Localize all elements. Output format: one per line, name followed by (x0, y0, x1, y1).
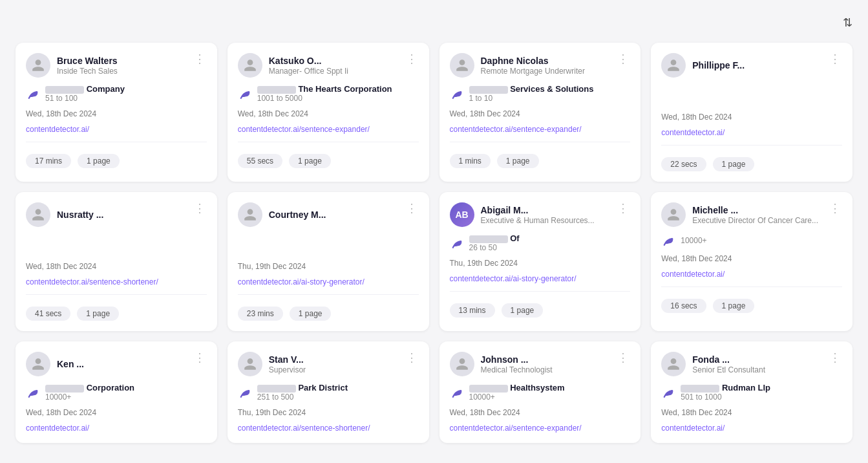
visit-url[interactable]: contentdetector.ai/ (661, 128, 842, 137)
more-options-button[interactable]: ⋮ (193, 53, 207, 65)
more-options-button[interactable]: ⋮ (405, 352, 419, 363)
card-divider (26, 142, 207, 142)
card-person: Michelle ... Executive Director Of Cance… (661, 202, 818, 227)
company-leaf-icon (661, 233, 675, 248)
card-footer: 13 mins 1 page (450, 303, 631, 318)
person-info: Michelle ... Executive Director Of Cance… (692, 205, 818, 225)
more-options-button[interactable]: ⋮ (616, 352, 630, 363)
person-info: Ken ... (57, 359, 84, 369)
visit-url[interactable]: contentdetector.ai/sentence-expander/ (238, 125, 419, 134)
visit-date: Wed, 18th Dec 2024 (661, 254, 842, 263)
company-leaf-icon (238, 385, 252, 400)
more-options-button[interactable]: ⋮ (828, 352, 842, 363)
more-options-button[interactable]: ⋮ (616, 202, 630, 214)
company-row: Park District 251 to 500 (238, 383, 419, 402)
person-info: Fonda ... Senior Etl Consultant (692, 354, 765, 374)
visit-date: Wed, 18th Dec 2024 (26, 109, 207, 118)
card-abigail: AB Abigail M... Executive & Human Resour… (439, 192, 641, 331)
company-leaf-icon (450, 385, 464, 400)
company-row: Healthsystem 10000+ (450, 383, 631, 402)
visit-url[interactable]: contentdetector.ai/ai-story-generator/ (450, 274, 631, 283)
person-name: Ken ... (57, 359, 84, 369)
more-options-button[interactable]: ⋮ (616, 53, 630, 65)
visit-date: Wed, 18th Dec 2024 (661, 113, 842, 122)
time-badge: 23 mins (238, 307, 283, 321)
card-stan: Stan V... Supervisor ⋮ Park District 251… (228, 341, 429, 443)
pages-badge: 1 page (497, 154, 539, 168)
card-header: Fonda ... Senior Etl Consultant ⋮ (661, 352, 842, 376)
more-options-button[interactable]: ⋮ (405, 202, 419, 214)
card-person: Nusratty ... (26, 202, 103, 227)
more-options-button[interactable]: ⋮ (828, 202, 842, 214)
company-row: The Hearts Corporation 1001 to 5000 (238, 84, 419, 103)
pages-badge: 1 page (290, 307, 332, 321)
card-person: Katsuko O... Manager- Office Sppt Ii (238, 53, 348, 78)
visit-url[interactable]: contentdetector.ai/sentence-expander/ (450, 424, 631, 433)
company-info: Company 51 to 100 (45, 84, 125, 103)
visit-url[interactable]: contentdetector.ai/ (661, 424, 842, 433)
company-info: Of 26 to 50 (469, 233, 520, 252)
avatar (238, 202, 262, 227)
visit-date: Thu, 19th Dec 2024 (450, 259, 631, 268)
company-size: 10000+ (681, 236, 706, 245)
company-info: 10000+ (681, 236, 706, 245)
card-footer: 22 secs 1 page (661, 157, 842, 171)
more-options-button[interactable]: ⋮ (828, 53, 842, 65)
company-info: Services & Solutions 1 to 10 (469, 84, 594, 103)
avatar (661, 53, 686, 78)
company-name: The Hearts Corporation (257, 84, 392, 94)
company-row: Rudman Llp 501 to 1000 (661, 383, 842, 402)
more-options-button[interactable]: ⋮ (193, 352, 207, 363)
person-info: Bruce Walters Inside Tech Sales (57, 56, 118, 76)
sort-icon[interactable]: ⇅ (843, 16, 852, 30)
company-size: 501 to 1000 (681, 393, 770, 402)
company-empty (26, 232, 207, 255)
company-name: Services & Solutions (469, 84, 594, 94)
person-name: Courtney M... (269, 210, 326, 220)
company-name: Of (469, 233, 520, 243)
person-name: Bruce Walters (57, 56, 118, 66)
time-badge: 17 mins (26, 154, 71, 168)
visit-url[interactable]: contentdetector.ai/ai-story-generator/ (238, 277, 419, 286)
visit-url[interactable]: contentdetector.ai/sentence-expander/ (450, 125, 631, 134)
person-info: Katsuko O... Manager- Office Sppt Ii (269, 56, 348, 76)
card-header: Johnson ... Medical Technologist ⋮ (450, 352, 631, 376)
avatar: AB (450, 202, 474, 227)
more-options-button[interactable]: ⋮ (405, 53, 419, 65)
company-info: The Hearts Corporation 1001 to 5000 (257, 84, 392, 103)
card-divider (238, 294, 419, 295)
person-info: Courtney M... (269, 210, 326, 220)
person-name: Abigail M... (481, 205, 595, 215)
company-row: Company 51 to 100 (26, 84, 207, 103)
visit-url[interactable]: contentdetector.ai/ (26, 125, 207, 134)
company-info: Park District 251 to 500 (257, 383, 348, 402)
visit-url[interactable]: contentdetector.ai/sentence-shortener/ (238, 424, 419, 433)
pages-badge: 1 page (713, 299, 755, 313)
company-size: 51 to 100 (45, 94, 125, 103)
company-leaf-icon (450, 236, 464, 250)
company-row: Corporation 10000+ (26, 383, 207, 402)
card-person: Stan V... Supervisor (238, 352, 306, 376)
company-leaf-icon (26, 87, 40, 101)
company-info: Healthsystem 10000+ (469, 383, 565, 402)
company-size: 26 to 50 (469, 243, 520, 252)
avatar (26, 53, 50, 78)
time-badge: 55 secs (238, 154, 282, 168)
avatar (661, 202, 686, 227)
person-name: Michelle ... (692, 205, 818, 215)
card-divider (238, 142, 419, 142)
card-ken: Ken ... ⋮ Corporation 10000+ Wed, 18th D… (16, 341, 217, 443)
visit-url[interactable]: contentdetector.ai/ (26, 424, 207, 433)
person-role: Inside Tech Sales (57, 67, 118, 76)
card-person: Courtney M... (238, 202, 326, 227)
visit-url[interactable]: contentdetector.ai/ (661, 270, 842, 279)
card-nusratty: Nusratty ... ⋮ Wed, 18th Dec 2024 conten… (16, 192, 217, 331)
more-options-button[interactable]: ⋮ (193, 202, 207, 214)
visit-url[interactable]: contentdetector.ai/sentence-shortener/ (26, 277, 207, 286)
company-info: Rudman Llp 501 to 1000 (681, 383, 770, 402)
card-header: Courtney M... ⋮ (238, 202, 419, 227)
card-header: Nusratty ... ⋮ (26, 202, 207, 227)
time-badge: 16 secs (661, 299, 706, 313)
card-header: Phillippe F... ⋮ (661, 53, 842, 78)
company-size: 10000+ (469, 393, 565, 402)
